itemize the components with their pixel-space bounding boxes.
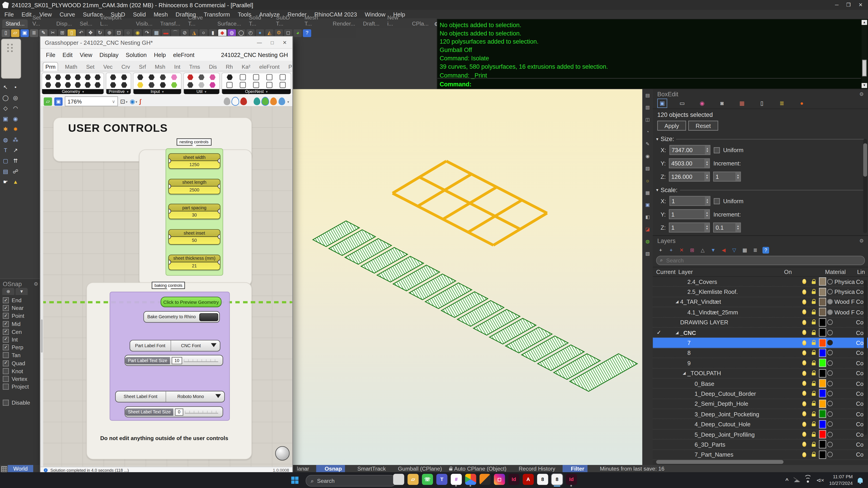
gh-component-icon[interactable] [110,82,116,88]
gh-component-icon[interactable] [75,74,81,80]
earth-icon[interactable]: ◕ [293,29,302,37]
scroll-down-icon[interactable]: ▼ [862,83,867,88]
toolbar-tab[interactable]: Stand... [2,20,28,28]
osnap-checkbox-item[interactable]: ✓ Perp [3,345,41,351]
gh-component-icon[interactable] [121,82,127,88]
material-icon[interactable] [827,391,833,396]
layers-hscrollbar[interactable] [656,460,783,464]
material-icon[interactable] [827,421,833,427]
toolbar-tab[interactable]: Transf... [157,20,184,28]
checkbox[interactable]: ✓ [3,345,9,351]
material-icon[interactable] [827,381,833,386]
gh-display-gem-icon[interactable] [254,97,260,105]
toolbar-tab[interactable]: SubD T... [273,13,300,28]
layer-color-swatch[interactable] [819,338,826,347]
material-icon[interactable] [827,442,833,447]
materials-panel-tab-icon[interactable]: ▦ [738,100,746,107]
osnap-checkbox-item[interactable]: ✓ Point [3,313,41,319]
save-icon[interactable]: ▣ [21,29,29,37]
lock-icon[interactable]: ▮ [209,29,217,37]
toolbar-tab[interactable]: Render... [330,20,359,28]
expand-arrow-icon[interactable]: ◢ [676,300,679,304]
new-file-icon[interactable]: ▯ [2,29,10,37]
gh-display-gem-icon[interactable] [240,97,247,105]
toolbar-tab[interactable]: Draft... [360,20,383,28]
new-sublayer-icon[interactable]: + [668,247,674,253]
green-nested-parts[interactable] [313,221,638,391]
scale-x-input[interactable]: ▲▼ [670,196,710,206]
file-explorer-icon[interactable]: ▱ [407,474,418,485]
size-uniform-checkbox[interactable] [714,147,720,153]
layer-on-bulb-icon[interactable] [802,452,806,457]
gh-component-icon[interactable] [45,74,51,80]
properties-tab-icon[interactable]: ▤ [644,91,651,99]
delete-layer-icon[interactable]: ✕ [678,247,685,253]
preview-geometry-button[interactable]: Click to Preview Geometry [160,297,221,307]
gh-component-icon[interactable] [267,82,273,88]
close-button[interactable]: ✕ [859,2,863,8]
checker-cone-icon[interactable]: ◆ [218,29,226,37]
adobe-cc-icon[interactable] [479,474,491,485]
layers-vscrollbar[interactable] [864,280,867,435]
gh-nav-ball[interactable] [275,446,290,461]
macro-tab-icon[interactable]: ▧ [644,250,651,257]
gh-component-icon[interactable] [85,74,91,80]
boxedit-tab-icon[interactable]: ▣ [644,201,651,208]
gh-zoom-select[interactable]: 176%∨ [65,96,118,106]
copy-icon[interactable]: ⊞ [58,29,66,37]
layer-color-swatch[interactable] [819,379,826,388]
layer-on-bulb-icon[interactable] [802,360,806,365]
scale-z-input[interactable]: ▲▼ [669,222,710,232]
status-bar-item[interactable]: Auto CPlane (Object) [449,465,506,472]
rotate-view-icon[interactable]: ↻ [96,29,104,37]
layer-lock-icon[interactable] [811,383,815,386]
move-down-icon[interactable]: ▼ [710,247,716,253]
gh-category-tab[interactable]: Crv [119,63,132,71]
minimize-button[interactable]: ─ [835,2,839,8]
layer-lock-icon[interactable] [811,332,815,335]
surface-icon[interactable]: ▤ [1,167,10,175]
gh-component-icon[interactable] [110,74,116,80]
toolbar-tab[interactable]: CPla... [409,20,432,28]
checkbox[interactable]: ✓ [3,321,9,327]
reset-button[interactable]: Reset [688,121,718,131]
move-icon[interactable]: ↗ [11,146,20,155]
gh-component-icon[interactable] [171,74,177,80]
taskbar-search[interactable]: ⌕ Search [306,475,397,486]
material-tab-icon[interactable]: ◉ [644,152,651,159]
gh-menu-item[interactable]: Help [154,52,166,58]
taskbar-clock[interactable]: 11:07 PM 10/27/2024 [829,474,852,486]
hand-pick-icon[interactable]: ☛ [1,177,10,186]
boxedit-scrollbar[interactable] [863,139,867,233]
status-bar-item[interactable]: Record History [514,465,555,472]
checkbox[interactable]: ✓ [3,368,9,374]
gh-menu-item[interactable]: Solution [126,52,147,58]
layer-row[interactable]: ✓ ◢ 8 Co [653,348,868,358]
gh-close-button[interactable]: ✕ [283,39,287,45]
display-tab-icon[interactable]: ◫ [644,116,651,123]
tray-chevron-icon[interactable]: ^ [785,477,788,483]
layer-lock-icon[interactable] [811,444,815,447]
status-bar-item[interactable]: SmartTrack [352,465,386,472]
sun-tab-icon[interactable]: ☼ [644,176,651,184]
layer-lock-icon[interactable] [811,403,815,406]
gh-component-icon[interactable] [137,74,143,80]
filter-icon[interactable]: ▽ [731,247,738,253]
layer-lock-icon[interactable] [811,352,815,355]
layer-lock-icon[interactable] [811,291,815,294]
command-scrollbar[interactable]: ▲ ▼ [862,20,867,88]
toolbar-tab[interactable]: Visib... [133,20,156,28]
layer-lock-icon[interactable] [811,393,815,396]
notes-tab-icon[interactable]: ✎ [644,140,651,148]
toolbar-tab[interactable]: Set V... [29,13,52,28]
layer-row[interactable]: ✓ ◢ 1_Deep_Cutout_Border Co [653,389,868,399]
part-label-size-slider[interactable]: Part Label Text Size 10 [125,355,223,366]
gh-component-icon[interactable] [65,74,71,80]
checkbox[interactable]: ✓ [3,329,9,335]
undo-view-icon[interactable]: ↷ [143,29,151,37]
osnap-checkbox-item[interactable]: ✓ Mid [3,321,41,327]
duplicate-layer-icon[interactable]: ⊞ [689,247,695,253]
layers-tab-icon[interactable]: ▥ [644,103,651,111]
layer-lock-icon[interactable] [811,373,815,376]
layer-lock-icon[interactable] [811,342,815,345]
